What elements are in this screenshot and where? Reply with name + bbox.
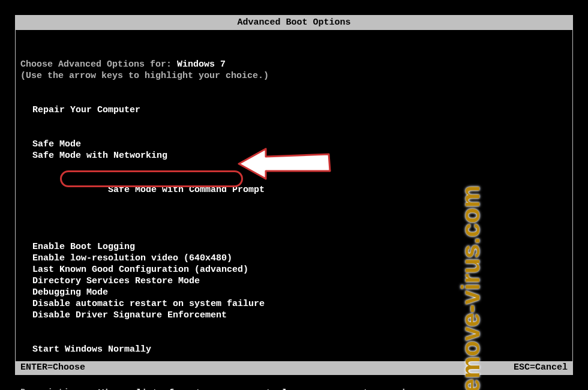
option-no-restart[interactable]: Disable automatic restart on system fail…	[20, 298, 568, 310]
title-bar: Advanced Boot Options	[16, 16, 572, 30]
os-name: Windows 7	[177, 59, 226, 70]
option-dsrm[interactable]: Directory Services Restore Mode	[20, 275, 568, 287]
spacer	[20, 82, 568, 93]
spacer	[20, 116, 568, 127]
description-label: Description:	[20, 388, 98, 390]
content-area: Choose Advanced Options for: Windows 7 (…	[16, 30, 572, 390]
option-safe-mode-cmd-row[interactable]: Safe Mode with Command Prompt	[20, 161, 568, 230]
footer-bar: ENTER=Choose ESC=Cancel	[16, 361, 572, 374]
description-row: Description: View a list of system recov…	[20, 388, 568, 390]
spacer	[20, 230, 568, 241]
instructions: (Use the arrow keys to highlight your ch…	[20, 70, 568, 82]
option-safe-mode-cmd: Safe Mode with Command Prompt	[108, 185, 265, 195]
option-low-res[interactable]: Enable low-resolution video (640x480)	[20, 253, 568, 264]
option-lkgc[interactable]: Last Known Good Configuration (advanced)	[20, 264, 568, 275]
spacer	[20, 332, 568, 344]
option-normal[interactable]: Start Windows Normally	[20, 344, 568, 355]
option-repair[interactable]: Repair Your Computer	[20, 104, 568, 116]
boot-screen: Advanced Boot Options Choose Advanced Op…	[15, 15, 573, 375]
option-no-sig[interactable]: Disable Driver Signature Enforcement	[20, 310, 568, 321]
option-safe-mode-networking[interactable]: Safe Mode with Networking	[20, 150, 568, 161]
description-text-block: View a list of system recovery tools you…	[98, 388, 412, 390]
choose-prompt-line: Choose Advanced Options for: Windows 7	[20, 59, 568, 70]
spacer	[20, 93, 568, 104]
option-safe-mode[interactable]: Safe Mode	[20, 139, 568, 150]
option-debug[interactable]: Debugging Mode	[20, 287, 568, 298]
spacer	[20, 127, 568, 139]
choose-label: Choose Advanced Options for:	[20, 59, 177, 70]
screen-title: Advanced Boot Options	[237, 17, 350, 28]
footer-enter: ENTER=Choose	[20, 361, 85, 374]
description-line1: View a list of system recovery tools you…	[98, 388, 412, 390]
option-boot-logging[interactable]: Enable Boot Logging	[20, 241, 568, 253]
footer-esc: ESC=Cancel	[514, 361, 568, 374]
spacer	[20, 321, 568, 332]
